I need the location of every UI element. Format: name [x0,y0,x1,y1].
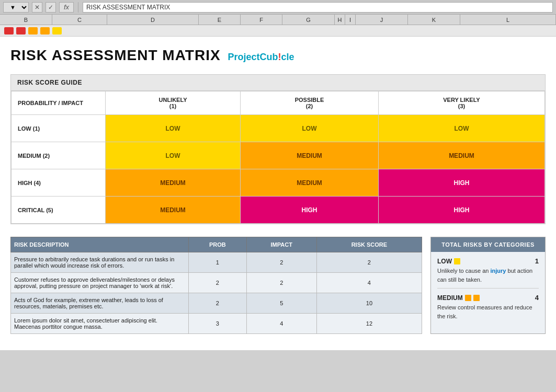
cat-dot-icon [465,295,471,301]
guide-cell: LOW [378,115,544,142]
risk-impact-cell: 2 [246,273,316,293]
risk-desc-cell: Pressure to arbitrarily reduce task dura… [11,252,189,273]
risk-prob-cell: 2 [189,273,247,293]
prob-impact-header: PROBABILITY / IMPACT [12,91,106,115]
formula-bar[interactable]: RISK ASSESSMENT MATRIX [83,2,553,13]
risk-prob-cell: 1 [189,252,247,273]
guide-cell: MEDIUM [241,169,379,197]
column-headers: B C D E F G H I J K L [0,15,556,25]
page-title-row: RISK ASSESSMENT MATRIX ProjectCub!cle [10,47,546,64]
risk-score-guide: RISK SCORE GUIDE PROBABILITY / IMPACT UN… [10,74,546,224]
guide-title: RISK SCORE GUIDE [11,75,545,91]
risk-desc-header: RISK DESCRIPTION [11,237,189,252]
risk-impact-cell: 5 [246,293,316,314]
risk-prob-cell: 3 [189,314,247,334]
cell-reference-dropdown[interactable]: ▼ [3,2,29,13]
very-likely-label: VERY LIKELY [383,97,540,103]
guide-cell: MEDIUM [378,142,544,169]
brand-before: ProjectCub [228,52,278,62]
unlikely-header: UNLIKELY (1) [106,91,241,115]
col-header-e[interactable]: E [199,15,241,25]
cat-dot-icon [473,295,480,301]
guide-cell: HIGH [241,197,379,224]
brand-after: cle [281,52,294,62]
col-header-f[interactable]: F [241,15,282,25]
formula-button[interactable]: fx [59,2,74,13]
guide-row-label: HIGH (4) [12,169,106,197]
risk-score-cell: 4 [316,273,422,293]
prob-header: PROB [189,237,247,252]
page-title: RISK ASSESSMENT MATRIX [10,47,221,64]
possible-header: POSSIBLE (2) [241,91,379,115]
cat-desc-highlight: injury [491,268,506,274]
tab-orange-2[interactable] [40,27,50,34]
tab-red-2[interactable] [16,27,26,34]
risk-desc-cell: Customer refuses to approve deliverables… [11,273,189,293]
unlikely-sub: (1) [110,103,236,109]
col-header-i[interactable]: I [345,15,356,25]
guide-cell: LOW [106,115,241,142]
risk-score-cell: 2 [316,252,422,273]
risk-desc-cell: Acts of God for example, extreme weather… [11,293,189,314]
close-button[interactable]: ✕ [32,2,42,13]
possible-label: POSSIBLE [245,97,374,103]
cat-item: MEDIUM 4Review control measures and redu… [437,294,539,320]
cat-content: LOW 1Unlikely to cause an injury but act… [431,252,545,331]
unlikely-label: UNLIKELY [110,97,236,103]
tab-red-1[interactable] [4,27,14,34]
formula-text: RISK ASSESSMENT MATRIX [86,4,170,11]
col-header-d[interactable]: D [107,15,199,25]
guide-cell: LOW [106,142,241,169]
cat-label: MEDIUM [437,294,480,302]
risk-score-cell: 12 [316,314,422,334]
confirm-button[interactable]: ✓ [46,2,56,13]
cat-label: LOW [437,258,460,265]
risk-table: RISK DESCRIPTION PROB IMPACT RISK SCORE … [10,237,422,334]
cat-desc: Review control measures and reduce the r… [437,303,539,320]
col-header-g[interactable]: G [282,15,335,25]
categories-panel: TOTAL RISKS BY CATEGORIES LOW 1Unlikely … [430,237,546,334]
col-header-h[interactable]: H [335,15,345,25]
toolbar: ▼ ✕ ✓ fx RISK ASSESSMENT MATRIX [0,0,556,15]
table-row: Pressure to arbitrarily reduce task dura… [11,252,422,273]
cat-title: TOTAL RISKS BY CATEGORIES [431,237,545,252]
possible-sub: (2) [245,103,374,109]
tab-yellow-1[interactable] [52,27,62,34]
cat-count: 1 [535,257,539,265]
guide-cell: HIGH [378,197,544,224]
guide-cell: MEDIUM [106,169,241,197]
risk-impact-cell: 4 [246,314,316,334]
cat-label-row: LOW 1 [437,257,539,265]
main-content: RISK ASSESSMENT MATRIX ProjectCub!cle RI… [0,37,556,350]
col-header-c[interactable]: C [52,15,107,25]
impact-header: IMPACT [246,237,316,252]
risk-impact-cell: 2 [246,252,316,273]
cat-dot-icon [454,258,460,264]
very-likely-sub: (3) [383,103,540,109]
very-likely-header: VERY LIKELY (3) [378,91,544,115]
guide-cell: MEDIUM [106,197,241,224]
cat-divider [437,288,539,289]
col-header-b[interactable]: B [0,15,52,25]
cat-count: 4 [535,294,539,302]
guide-row-label: LOW (1) [12,115,106,142]
brand-name: ProjectCub!cle [228,52,294,63]
guide-cell: HIGH [378,169,544,197]
sheet-tabs-row [0,25,556,37]
guide-row-label: CRITICAL (5) [12,197,106,224]
cat-item: LOW 1Unlikely to cause an injury but act… [437,257,539,289]
risk-score-cell: 10 [316,293,422,314]
guide-table: PROBABILITY / IMPACT UNLIKELY (1) POSSIB… [11,91,545,224]
col-header-j[interactable]: J [356,15,408,25]
tab-orange-1[interactable] [28,27,38,34]
toolbar-separator [78,2,78,13]
risk-desc-cell: Lorem ipsum dolor sit amet, consectetuer… [11,314,189,334]
col-header-l[interactable]: L [460,15,556,25]
table-row: Acts of God for example, extreme weather… [11,293,422,314]
guide-row-label: MEDIUM (2) [12,142,106,169]
col-header-k[interactable]: K [408,15,460,25]
guide-cell: MEDIUM [241,142,379,169]
bottom-section: RISK DESCRIPTION PROB IMPACT RISK SCORE … [10,237,546,334]
table-row: Customer refuses to approve deliverables… [11,273,422,293]
risk-table-container: RISK DESCRIPTION PROB IMPACT RISK SCORE … [10,237,422,334]
